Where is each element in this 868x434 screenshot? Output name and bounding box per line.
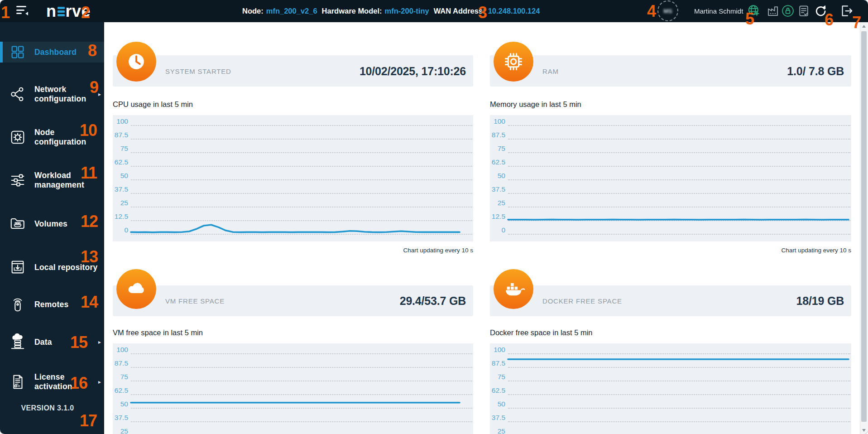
chart-update-note: Chart updating every 10 s: [113, 247, 473, 254]
logo-text-n: n: [46, 0, 57, 22]
main-content: SYSTEM STARTED 10/02/2025, 17:10:26 RAM …: [104, 22, 860, 434]
cloud-icon: [116, 269, 156, 309]
chart-line: [490, 115, 851, 241]
sidebar-item-label: Node configuration: [34, 128, 86, 147]
chart-title-memory: Memory usage in last 5 min: [490, 100, 581, 109]
topbar: n rve Node: mfn_200_v2_6 Hardware Model:…: [0, 0, 868, 22]
sidebar-item-label: Dashboard: [34, 48, 77, 57]
sidebar-item-label: Volumes: [34, 219, 67, 229]
chart-line: [113, 115, 473, 241]
sidebar-item-label: Network configuration: [34, 85, 86, 104]
system-started-card: SYSTEM STARTED 10/02/2025, 17:10:26: [113, 55, 473, 87]
sidebar-item-label: License activation: [34, 372, 72, 391]
sidebar-item-label: Workload management: [34, 171, 84, 190]
avatar-initials: MS: [663, 8, 672, 14]
data-cloud-server-icon: [8, 333, 28, 352]
card-label: RAM: [542, 67, 559, 75]
sidebar-item-volumes[interactable]: Volumes: [0, 211, 104, 236]
sidebar-item-dashboard[interactable]: Dashboard: [0, 42, 104, 63]
workload-sliders-icon: [8, 171, 28, 190]
logo-text-rve: rve: [66, 0, 91, 22]
vm-free-space-card: VM FREE SPACE 29.4/53.7 GB: [113, 285, 473, 316]
sidebar-item-local-repository[interactable]: Local repository: [0, 255, 104, 280]
memory-usage-chart: 10087.57562.55037.52512.50: [490, 115, 851, 241]
ram-card: RAM 1.0/ 7.8 GB: [490, 55, 851, 87]
docker-free-space-value: 18/19 GB: [796, 294, 844, 308]
sidebar-item-remotes[interactable]: Remotes: [0, 292, 104, 317]
vm-free-space-chart: 10087.57562.55037.52512.50: [113, 343, 473, 434]
avatar[interactable]: MS: [657, 0, 678, 21]
wan-address-value: 10.248.100.124: [488, 7, 540, 15]
release-notes-icon[interactable]: [797, 4, 810, 18]
node-label: Node:: [242, 7, 264, 15]
volumes-folder-icon: [8, 214, 28, 233]
app-window: n rve Node: mfn_200_v2_6 Hardware Model:…: [0, 0, 868, 434]
language-globe-icon[interactable]: [747, 4, 761, 18]
remote-control-icon: [8, 295, 28, 314]
scrollbar[interactable]: [860, 22, 868, 434]
docker-free-space-chart: 10087.57562.55037.52512.50: [490, 343, 851, 434]
clock-icon: [116, 42, 156, 82]
sidebar-item-license-activation[interactable]: License activation ▸: [0, 369, 104, 395]
scroll-up-icon[interactable]: [862, 25, 866, 28]
chart-title-vm: VM free space in last 5 min: [113, 328, 203, 337]
license-document-icon: [8, 372, 28, 391]
dashboard-grid-icon: [8, 43, 28, 62]
network-icon: [8, 85, 28, 104]
hardware-model-label: Hardware Model:: [322, 7, 382, 15]
local-repository-icon: [8, 258, 28, 277]
card-label: VM FREE SPACE: [165, 297, 225, 305]
vm-free-space-value: 29.4/53.7 GB: [400, 294, 466, 308]
cpu-chip-icon: [494, 42, 533, 82]
factory-icon[interactable]: [766, 4, 780, 18]
sidebar: Dashboard Network configuration ▸ Node c…: [0, 22, 104, 434]
node-config-gear-icon: [8, 128, 28, 147]
sidebar-item-node-configuration[interactable]: Node configuration: [0, 125, 104, 150]
system-started-value: 10/02/2025, 17:10:26: [360, 64, 466, 77]
cpu-usage-chart: 10087.57562.55037.52512.50: [113, 115, 473, 241]
chart-line: [113, 343, 473, 434]
lock-circle-icon[interactable]: [781, 4, 795, 18]
refresh-icon[interactable]: [814, 4, 827, 18]
sidebar-item-data[interactable]: Data ▸: [0, 329, 104, 355]
sidebar-item-label: Data: [34, 338, 52, 347]
chart-title-docker: Docker free space in last 5 min: [490, 328, 593, 337]
logout-icon[interactable]: [840, 4, 854, 18]
version-label: VERSION 3.1.0: [0, 404, 95, 412]
submenu-chevron-icon: ▸: [98, 91, 101, 97]
node-value: mfn_200_v2_6: [266, 7, 317, 15]
nerve-logo: n rve: [46, 0, 91, 22]
scrollbar-thumb[interactable]: [861, 31, 867, 422]
logo-e-bars-icon: [58, 7, 65, 16]
card-label: SYSTEM STARTED: [165, 67, 231, 75]
sidebar-item-network-configuration[interactable]: Network configuration ▸: [0, 82, 104, 107]
hardware-model-value: mfn-200-tiny: [385, 7, 429, 15]
submenu-chevron-icon: ▸: [98, 379, 101, 385]
ram-value: 1.0/ 7.8 GB: [787, 64, 844, 77]
node-info: Node: mfn_200_v2_6 Hardware Model: mfn-2…: [242, 0, 542, 22]
submenu-chevron-icon: ▸: [98, 339, 101, 345]
card-label: DOCKER FREE SPACE: [542, 297, 622, 305]
docker-free-space-card: DOCKER FREE SPACE 18/19 GB: [490, 285, 851, 316]
scroll-down-icon[interactable]: [862, 429, 866, 432]
docker-whale-icon: [494, 269, 533, 309]
user-name: Martina Schmidt: [694, 0, 743, 22]
wan-address-label: WAN Address:: [434, 7, 485, 15]
chart-title-cpu: CPU usage in last 5 min: [113, 100, 193, 109]
sidebar-item-label: Local repository: [34, 263, 97, 272]
menu-toggle-icon[interactable]: [16, 6, 28, 16]
sidebar-item-label: Remotes: [34, 300, 68, 309]
chart-update-note: Chart updating every 10 s: [490, 247, 851, 254]
chart-line: [490, 343, 851, 434]
sidebar-item-workload-management[interactable]: Workload management: [0, 168, 104, 193]
